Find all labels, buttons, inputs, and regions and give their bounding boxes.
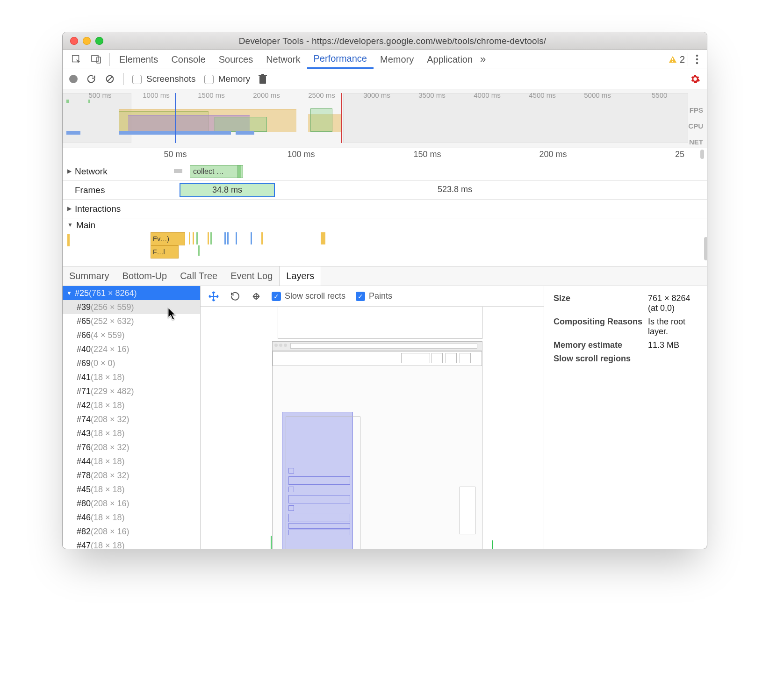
zoom-icon[interactable] (95, 37, 103, 45)
detail-compositing-label: Compositing Reasons (551, 315, 645, 338)
layer-details: Size 761 × 8264 (at 0,0) Compositing Rea… (544, 286, 707, 549)
layer-3d-view[interactable] (201, 307, 544, 549)
trash-icon[interactable] (259, 74, 267, 84)
more-tabs-icon[interactable]: » (479, 50, 487, 69)
reload-record-button[interactable] (86, 74, 96, 84)
layer-tree-item[interactable]: #41(18 × 18) (63, 370, 200, 384)
detail-slowscroll-value (645, 352, 700, 366)
tab-summary[interactable]: Summary (63, 266, 116, 286)
layer-tree-item[interactable]: #76(208 × 32) (63, 440, 200, 454)
tab-sources[interactable]: Sources (212, 50, 259, 69)
section-network[interactable]: ▶Network collect … (63, 162, 707, 181)
ov-tick: 4500 ms (529, 91, 556, 99)
pan-icon[interactable] (208, 291, 219, 302)
layer-viewport-pane: ✓Slow scroll rects ✓Paints (201, 286, 544, 549)
tab-eventlog[interactable]: Event Log (224, 266, 279, 286)
warning-count: 2 (680, 54, 685, 65)
section-frames[interactable]: ▶Frames 34.8 ms 523.8 ms (63, 181, 707, 200)
tab-application[interactable]: Application (420, 50, 479, 69)
network-request[interactable]: collect … (190, 165, 243, 178)
layer-tree-item[interactable]: #42(18 × 18) (63, 398, 200, 412)
memory-toggle[interactable]: Memory (204, 74, 251, 84)
layer-tree-item[interactable]: #82(208 × 16) (63, 524, 200, 539)
overview-labels: FPS CPU NET (688, 102, 703, 150)
svg-point-5 (696, 55, 698, 57)
layer-tree-item[interactable]: #43(18 × 18) (63, 426, 200, 440)
tab-elements[interactable]: Elements (113, 50, 165, 69)
layer-tree-item[interactable]: #78(208 × 32) (63, 468, 200, 482)
window-titlebar: Developer Tools - https://developers.goo… (63, 32, 707, 50)
tab-memory[interactable]: Memory (374, 50, 420, 69)
layer-tree-item[interactable]: #69(0 × 0) (63, 356, 200, 370)
svg-point-6 (696, 58, 698, 61)
tr-tick-edge: 25 (675, 150, 684, 159)
frame-selected[interactable]: 34.8 ms (180, 183, 275, 197)
paints-toggle[interactable]: ✓Paints (356, 291, 392, 301)
layer-tree[interactable]: ▼#25(761 × 8264)#39(256 × 559)#65(252 × … (63, 286, 201, 549)
ov-tick: 500 ms (88, 91, 111, 99)
svg-rect-4 (672, 61, 673, 62)
device-toggle-icon[interactable] (86, 50, 107, 69)
tab-calltree[interactable]: Call Tree (173, 266, 224, 286)
section-interactions[interactable]: ▶Interactions (63, 200, 707, 218)
svg-rect-10 (259, 76, 266, 84)
layer-tree-item[interactable]: #74(208 × 32) (63, 412, 200, 426)
kebab-menu-icon[interactable] (691, 50, 703, 69)
main-tabs: Elements Console Sources Network Perform… (63, 50, 707, 69)
window-title: Developer Tools - https://developers.goo… (109, 36, 699, 45)
screenshots-toggle[interactable]: Screenshots (132, 74, 196, 84)
tab-performance[interactable]: Performance (307, 50, 374, 69)
warnings-badge[interactable]: 2 (669, 50, 685, 69)
flame-event[interactable]: Ev…) (151, 232, 185, 245)
performance-toolbar: Screenshots Memory (63, 69, 707, 89)
close-icon[interactable] (70, 37, 78, 45)
tr-tick: 50 ms (164, 150, 187, 159)
detail-compositing-value: Is the root layer. (645, 315, 700, 338)
inspect-icon[interactable] (66, 50, 86, 69)
ov-tick: 5000 ms (584, 91, 611, 99)
layer-tree-item[interactable]: #80(208 × 16) (63, 496, 200, 510)
layer-tree-item[interactable]: #65(252 × 632) (63, 314, 200, 328)
tab-layers[interactable]: Layers (279, 266, 321, 286)
layer-tree-item[interactable]: #39(256 × 559) (63, 300, 200, 314)
layer-tree-item[interactable]: ▼#25(761 × 8264) (63, 286, 200, 300)
layer-tree-item[interactable]: #40(224 × 16) (63, 342, 200, 356)
svg-rect-3 (672, 58, 673, 60)
time-ruler[interactable]: 50 ms 100 ms 150 ms 200 ms 25 (63, 148, 707, 162)
detail-tabs: Summary Bottom-Up Call Tree Event Log La… (63, 266, 707, 286)
minimize-icon[interactable] (83, 37, 91, 45)
layer-tree-item[interactable]: #66(4 × 559) (63, 328, 200, 342)
ov-tick: 4000 ms (474, 91, 501, 99)
tab-network[interactable]: Network (259, 50, 307, 69)
layer-tree-item[interactable]: #44(18 × 18) (63, 454, 200, 468)
rotate-icon[interactable] (230, 291, 241, 302)
tab-bottomup[interactable]: Bottom-Up (116, 266, 174, 286)
slow-scroll-rects-toggle[interactable]: ✓Slow scroll rects (272, 291, 345, 301)
ov-tick: 2500 ms (308, 91, 335, 99)
layer-tree-item[interactable]: #47(18 × 18) (63, 539, 200, 549)
frame-label[interactable]: 523.8 ms (438, 185, 472, 194)
ov-tick: 1000 ms (143, 91, 170, 99)
layer-tree-item[interactable]: #46(18 × 18) (63, 510, 200, 524)
flame-event[interactable]: F…l (151, 245, 179, 259)
section-main[interactable]: ▼Main Ev…) F…l (63, 218, 707, 266)
scrollbar-thumb[interactable] (700, 150, 704, 159)
detail-memory-label: Memory estimate (551, 338, 645, 352)
detail-slowscroll-label: Slow scroll regions (551, 352, 645, 366)
overview-pane[interactable]: 500 ms 1000 ms 1500 ms 2000 ms 2500 ms 3… (63, 89, 707, 148)
svg-point-7 (696, 62, 698, 65)
tr-tick: 200 ms (539, 150, 567, 159)
record-button[interactable] (69, 75, 78, 83)
layers-panel: ▼#25(761 × 8264)#39(256 × 559)#65(252 × … (63, 286, 707, 549)
ov-tick: 2000 ms (253, 91, 280, 99)
layer-tree-item[interactable]: #71(229 × 482) (63, 384, 200, 398)
reset-icon[interactable] (251, 291, 261, 302)
capture-settings-icon[interactable] (690, 74, 700, 84)
ov-tick: 3500 ms (418, 91, 446, 99)
tab-console[interactable]: Console (165, 50, 212, 69)
tr-tick: 100 ms (287, 150, 315, 159)
svg-rect-2 (97, 57, 101, 63)
layer-tree-item[interactable]: #45(18 × 18) (63, 482, 200, 496)
clear-button[interactable] (105, 74, 115, 84)
svg-rect-12 (261, 74, 264, 75)
